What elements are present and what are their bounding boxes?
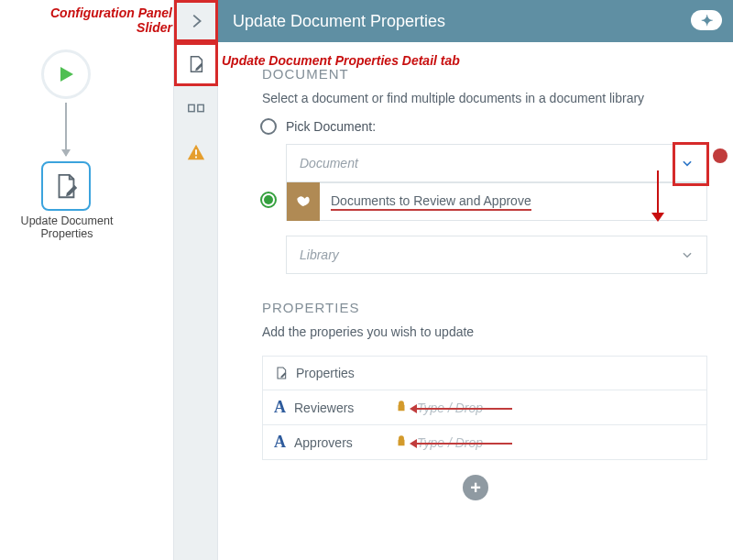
collection-icon bbox=[287, 182, 320, 221]
properties-table-header-label: Properties bbox=[296, 366, 355, 380]
radio-pick-document[interactable] bbox=[260, 118, 277, 135]
add-property-button[interactable]: + bbox=[463, 475, 488, 500]
selected-document-label: Documents to Review and Approve bbox=[331, 193, 531, 211]
config-panel-slider[interactable] bbox=[174, 0, 218, 42]
table-row: A Reviewers Type / Drop bbox=[263, 390, 706, 425]
property-name: Reviewers bbox=[294, 401, 395, 415]
properties-table-header: Properties bbox=[263, 357, 706, 390]
property-value-input[interactable]: Type / Drop bbox=[417, 435, 483, 450]
radio-selected-document[interactable] bbox=[260, 192, 277, 208]
chevron-down-icon bbox=[681, 248, 694, 261]
tab-detail[interactable] bbox=[174, 42, 218, 86]
section-title-document: DOCUMENT bbox=[262, 66, 707, 82]
svg-rect-1 bbox=[198, 104, 203, 111]
properties-table: Properties A Reviewers Type / Drop A App… bbox=[262, 356, 707, 460]
tab-warnings[interactable] bbox=[174, 130, 218, 174]
svg-rect-3 bbox=[195, 157, 197, 159]
config-panel-body: DOCUMENT Select a document or find multi… bbox=[218, 42, 733, 560]
library-dropdown-placeholder: Library bbox=[300, 247, 339, 262]
play-icon bbox=[55, 63, 77, 85]
plus-icon: ✦ bbox=[701, 12, 713, 29]
properties-help-text: Add the properies you wish to update bbox=[262, 324, 707, 339]
warning-icon bbox=[186, 142, 206, 162]
document-icon bbox=[274, 366, 289, 380]
workflow-canvas: Update Document Properties bbox=[0, 0, 174, 560]
property-value-input[interactable]: Type / Drop bbox=[417, 401, 483, 415]
plus-icon: + bbox=[470, 478, 481, 499]
activity-node-update-doc-properties[interactable] bbox=[41, 161, 91, 211]
annotation-strike-arrow bbox=[411, 408, 512, 410]
svg-rect-0 bbox=[189, 104, 194, 111]
chevron-down-icon bbox=[681, 157, 694, 170]
activity-node-label: Update Document Properties bbox=[9, 214, 125, 240]
document-dropdown-placeholder: Document bbox=[300, 156, 358, 170]
svg-rect-2 bbox=[195, 149, 197, 155]
document-edit-icon bbox=[52, 172, 80, 200]
annotation-strike-arrow bbox=[411, 443, 512, 445]
config-panel-header: Update Document Properties ✦ bbox=[218, 0, 733, 42]
config-panel-title: Update Document Properties bbox=[233, 12, 445, 31]
text-type-icon: A bbox=[274, 398, 294, 417]
document-dropdown[interactable]: Document bbox=[286, 144, 707, 182]
tab-layout[interactable] bbox=[174, 86, 218, 130]
library-dropdown[interactable]: Library bbox=[286, 236, 707, 274]
annotation-detail-tab-label: Update Document Properties Detail tab bbox=[222, 53, 460, 68]
add-tag-button[interactable]: ✦ bbox=[691, 10, 722, 30]
chevron-right-icon bbox=[186, 11, 206, 31]
start-node[interactable] bbox=[41, 49, 91, 99]
table-row: A Approvers Type / Drop bbox=[263, 425, 706, 459]
connector-line bbox=[65, 103, 67, 156]
radio-pick-document-label: Pick Document: bbox=[286, 119, 376, 134]
selected-document-row[interactable]: Documents to Review and Approve bbox=[286, 182, 707, 221]
property-name: Approvers bbox=[294, 435, 395, 450]
annotation-slider-label: Configuration Panel Slider bbox=[35, 5, 172, 35]
section-title-properties: PROPERTIES bbox=[262, 300, 707, 315]
config-panel-tabstrip bbox=[174, 0, 218, 560]
annotation-dot bbox=[713, 148, 728, 163]
text-type-icon: A bbox=[274, 433, 294, 452]
document-help-text: Select a document or find multiple docum… bbox=[262, 91, 707, 105]
form-layout-icon bbox=[186, 98, 206, 118]
document-edit-icon bbox=[186, 54, 206, 74]
